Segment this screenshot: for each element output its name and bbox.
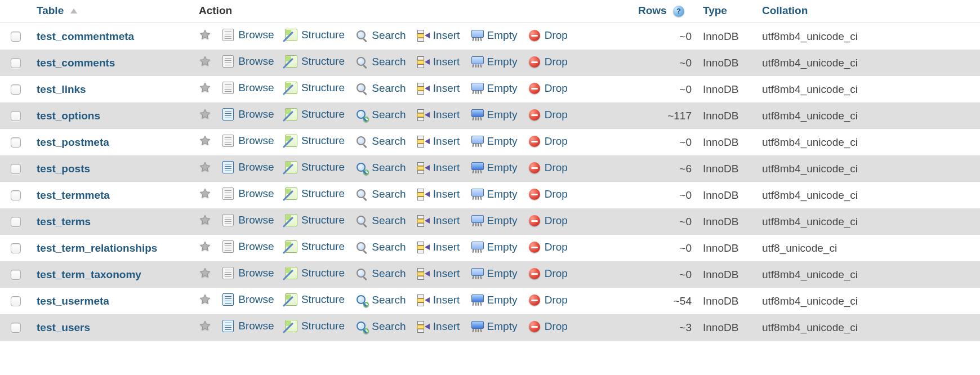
structure-button[interactable]: Structure bbox=[285, 161, 345, 173]
table-name-link[interactable]: test_termmeta bbox=[37, 189, 110, 201]
browse-button[interactable]: Browse bbox=[222, 29, 274, 41]
header-collation-link[interactable]: Collation bbox=[762, 5, 808, 16]
favorite-button[interactable] bbox=[199, 108, 211, 120]
favorite-button[interactable] bbox=[199, 82, 211, 94]
search-button[interactable]: Search bbox=[355, 320, 406, 333]
row-checkbox[interactable] bbox=[11, 217, 21, 227]
search-button[interactable]: Search bbox=[355, 135, 406, 148]
header-rows-link[interactable]: Rows bbox=[638, 5, 667, 16]
structure-button[interactable]: Structure bbox=[285, 214, 345, 226]
browse-button[interactable]: Browse bbox=[222, 188, 274, 200]
drop-button[interactable]: Drop bbox=[528, 162, 568, 174]
search-button[interactable]: Search bbox=[355, 56, 406, 68]
table-name-link[interactable]: test_term_relationships bbox=[37, 242, 157, 254]
row-checkbox[interactable] bbox=[11, 323, 21, 333]
drop-button[interactable]: Drop bbox=[528, 267, 568, 280]
browse-button[interactable]: Browse bbox=[222, 320, 274, 332]
favorite-button[interactable] bbox=[199, 267, 211, 279]
header-table[interactable]: Table bbox=[31, 0, 193, 23]
search-button[interactable]: Search bbox=[355, 82, 406, 95]
insert-button[interactable]: Insert bbox=[417, 215, 460, 227]
table-name-link[interactable]: test_posts bbox=[37, 163, 90, 175]
header-rows[interactable]: Rows ? bbox=[632, 0, 697, 23]
favorite-button[interactable] bbox=[199, 188, 211, 200]
structure-button[interactable]: Structure bbox=[285, 293, 345, 306]
structure-button[interactable]: Structure bbox=[285, 267, 345, 279]
row-checkbox[interactable] bbox=[11, 111, 21, 121]
row-checkbox[interactable] bbox=[11, 270, 21, 280]
insert-button[interactable]: Insert bbox=[417, 56, 460, 68]
search-button[interactable]: Search bbox=[355, 29, 406, 42]
row-checkbox[interactable] bbox=[11, 84, 21, 95]
favorite-button[interactable] bbox=[199, 320, 211, 332]
table-name-link[interactable]: test_commentmeta bbox=[37, 30, 134, 42]
drop-button[interactable]: Drop bbox=[528, 241, 568, 253]
drop-button[interactable]: Drop bbox=[528, 188, 568, 200]
row-checkbox[interactable] bbox=[11, 137, 21, 148]
favorite-button[interactable] bbox=[199, 161, 211, 173]
structure-button[interactable]: Structure bbox=[285, 188, 345, 200]
table-name-link[interactable]: test_usermeta bbox=[37, 295, 109, 307]
table-name-link[interactable]: test_postmeta bbox=[37, 136, 109, 148]
search-button[interactable]: Search bbox=[355, 162, 406, 174]
table-name-link[interactable]: test_comments bbox=[37, 57, 115, 69]
structure-button[interactable]: Structure bbox=[285, 320, 345, 332]
insert-button[interactable]: Insert bbox=[417, 241, 460, 253]
insert-button[interactable]: Insert bbox=[417, 188, 460, 200]
header-type-link[interactable]: Type bbox=[703, 5, 727, 16]
empty-button[interactable]: Empty bbox=[471, 56, 518, 68]
empty-button[interactable]: Empty bbox=[471, 29, 518, 42]
browse-button[interactable]: Browse bbox=[222, 82, 274, 94]
row-checkbox[interactable] bbox=[11, 296, 21, 306]
drop-button[interactable]: Drop bbox=[528, 320, 568, 333]
header-collation[interactable]: Collation bbox=[756, 0, 980, 23]
browse-button[interactable]: Browse bbox=[222, 240, 274, 253]
empty-button[interactable]: Empty bbox=[471, 188, 518, 200]
insert-button[interactable]: Insert bbox=[417, 135, 460, 148]
browse-button[interactable]: Browse bbox=[222, 161, 274, 173]
help-icon[interactable]: ? bbox=[673, 6, 684, 17]
empty-button[interactable]: Empty bbox=[471, 241, 518, 253]
structure-button[interactable]: Structure bbox=[285, 108, 345, 120]
drop-button[interactable]: Drop bbox=[528, 215, 568, 227]
search-button[interactable]: Search bbox=[355, 294, 406, 306]
empty-button[interactable]: Empty bbox=[471, 320, 518, 333]
search-button[interactable]: Search bbox=[355, 109, 406, 121]
favorite-button[interactable] bbox=[199, 29, 211, 41]
empty-button[interactable]: Empty bbox=[471, 82, 518, 95]
table-name-link[interactable]: test_terms bbox=[37, 216, 91, 227]
insert-button[interactable]: Insert bbox=[417, 109, 460, 121]
search-button[interactable]: Search bbox=[355, 188, 406, 200]
row-checkbox[interactable] bbox=[11, 32, 21, 42]
insert-button[interactable]: Insert bbox=[417, 267, 460, 280]
insert-button[interactable]: Insert bbox=[417, 29, 460, 42]
favorite-button[interactable] bbox=[199, 293, 211, 306]
empty-button[interactable]: Empty bbox=[471, 294, 518, 306]
empty-button[interactable]: Empty bbox=[471, 135, 518, 148]
browse-button[interactable]: Browse bbox=[222, 214, 274, 226]
header-type[interactable]: Type bbox=[697, 0, 756, 23]
row-checkbox[interactable] bbox=[11, 58, 21, 68]
drop-button[interactable]: Drop bbox=[528, 82, 568, 95]
empty-button[interactable]: Empty bbox=[471, 267, 518, 280]
table-name-link[interactable]: test_options bbox=[37, 110, 100, 122]
browse-button[interactable]: Browse bbox=[222, 108, 274, 120]
favorite-button[interactable] bbox=[199, 214, 211, 226]
table-name-link[interactable]: test_term_taxonomy bbox=[37, 269, 141, 280]
structure-button[interactable]: Structure bbox=[285, 240, 345, 253]
drop-button[interactable]: Drop bbox=[528, 109, 568, 121]
empty-button[interactable]: Empty bbox=[471, 162, 518, 174]
browse-button[interactable]: Browse bbox=[222, 267, 274, 279]
drop-button[interactable]: Drop bbox=[528, 56, 568, 68]
structure-button[interactable]: Structure bbox=[285, 135, 345, 147]
browse-button[interactable]: Browse bbox=[222, 55, 274, 68]
insert-button[interactable]: Insert bbox=[417, 320, 460, 333]
table-name-link[interactable]: test_users bbox=[37, 322, 90, 333]
insert-button[interactable]: Insert bbox=[417, 162, 460, 174]
row-checkbox[interactable] bbox=[11, 243, 21, 253]
favorite-button[interactable] bbox=[199, 240, 211, 253]
empty-button[interactable]: Empty bbox=[471, 109, 518, 121]
table-name-link[interactable]: test_links bbox=[37, 83, 86, 95]
row-checkbox[interactable] bbox=[11, 190, 21, 200]
browse-button[interactable]: Browse bbox=[222, 135, 274, 147]
